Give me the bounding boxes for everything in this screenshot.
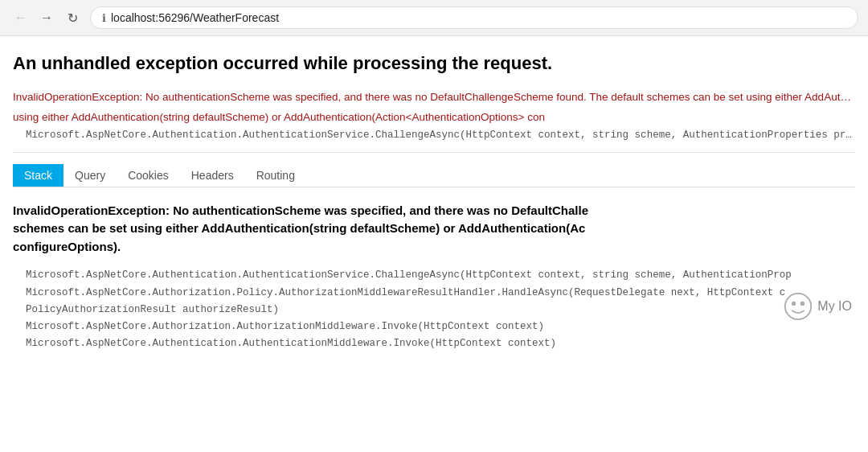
- tab-headers[interactable]: Headers: [180, 164, 245, 187]
- svg-point-1: [792, 301, 796, 305]
- tab-query[interactable]: Query: [63, 164, 117, 187]
- tab-cookies[interactable]: Cookies: [117, 164, 180, 187]
- tabs-bar: Stack Query Cookies Headers Routing: [13, 164, 855, 187]
- svg-point-0: [785, 293, 811, 318]
- svg-point-2: [800, 301, 805, 305]
- stack-section: InvalidOperationException: No authentica…: [13, 202, 855, 353]
- stack-line-summary: Microsoft.AspNetCore.Authentication.Auth…: [26, 129, 855, 141]
- main-error-title: An unhandled exception occurred while pr…: [13, 52, 855, 76]
- stack-trace-line: Microsoft.AspNetCore.Authorization.Polic…: [26, 285, 855, 302]
- myio-logo-icon: [784, 292, 813, 321]
- refresh-button[interactable]: ↻: [61, 6, 84, 29]
- stack-error-title: InvalidOperationException: No authentica…: [13, 202, 855, 257]
- tab-routing[interactable]: Routing: [245, 164, 306, 187]
- forward-button[interactable]: →: [35, 6, 58, 29]
- lock-icon: ℹ: [102, 12, 106, 24]
- tab-stack[interactable]: Stack: [13, 164, 63, 187]
- nav-buttons: ← → ↻: [10, 6, 84, 29]
- back-button[interactable]: ←: [10, 6, 32, 29]
- divider-1: [13, 152, 855, 153]
- browser-chrome: ← → ↻ ℹ localhost:56296/WeatherForecast: [0, 0, 868, 36]
- stack-trace-line: PolicyAuthorizationResult authorizeResul…: [26, 302, 855, 318]
- myio-watermark: My IO: [784, 292, 852, 321]
- stack-trace-line: Microsoft.AspNetCore.Authentication.Auth…: [26, 335, 855, 352]
- stack-trace-line: Microsoft.AspNetCore.Authorization.Autho…: [26, 318, 855, 335]
- page-content: An unhandled exception occurred while pr…: [0, 36, 868, 369]
- myio-text: My IO: [817, 299, 852, 314]
- stack-trace: Microsoft.AspNetCore.Authentication.Auth…: [26, 267, 855, 352]
- error-summary-line2: using either AddAuthentication(string de…: [13, 109, 855, 126]
- address-bar[interactable]: ℹ localhost:56296/WeatherForecast: [90, 6, 858, 29]
- error-summary-line1: InvalidOperationException: No authentica…: [13, 88, 855, 106]
- stack-trace-line: Microsoft.AspNetCore.Authentication.Auth…: [26, 267, 855, 284]
- url-text: localhost:56296/WeatherForecast: [111, 11, 279, 24]
